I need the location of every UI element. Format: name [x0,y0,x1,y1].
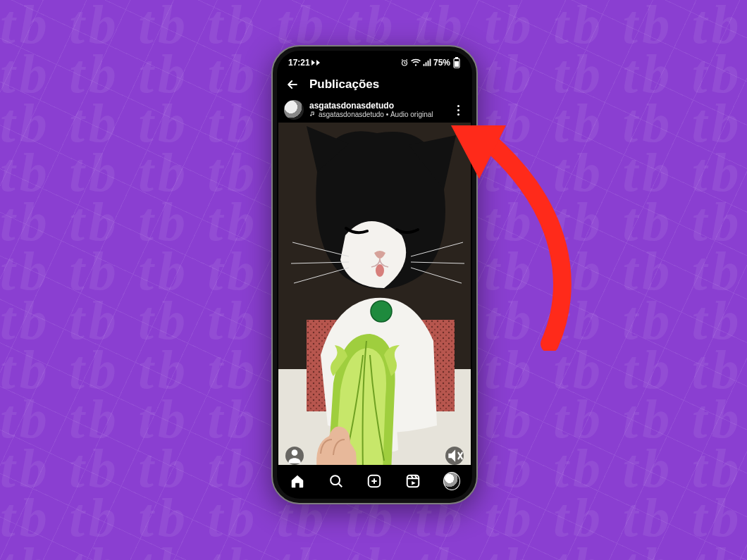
phone-mockup: 17:21 75% [271,45,478,504]
profile-avatar-icon [443,472,460,490]
svg-point-14 [376,264,384,277]
audio-text: asgatasdonasdetudo • Áudio original [319,111,433,119]
svg-rect-7 [455,61,459,67]
tab-bar [278,465,471,497]
post-header: asgatasdonasdetudo asgatasdonasdetudo • … [278,97,471,123]
battery-icon [452,57,461,68]
svg-point-18 [331,475,340,485]
play-icon [312,60,315,66]
svg-rect-4 [430,59,431,66]
author-avatar[interactable] [284,100,304,120]
tab-home[interactable] [289,473,306,490]
audio-attribution[interactable]: asgatasdonasdetudo • Áudio original [309,111,445,119]
tagged-people-button[interactable] [285,447,304,465]
svg-rect-20 [407,475,419,487]
mute-button[interactable] [445,447,464,465]
status-time: 17:21 [288,58,310,68]
tab-reels[interactable] [405,473,421,490]
page-title: Publicações [309,77,379,92]
back-button[interactable] [285,77,300,92]
music-note-icon [309,111,316,119]
wifi-icon [411,58,421,67]
tutorial-canvas: tb tb tb tb tb tb tb tb tb tb tb tb tb t… [0,0,747,560]
svg-rect-3 [428,61,429,66]
tab-profile[interactable] [443,473,460,490]
battery-percent: 75% [433,58,450,68]
svg-rect-1 [424,64,425,66]
play-icon [317,60,320,66]
status-bar: 17:21 75% [278,52,471,72]
tab-search[interactable] [328,473,345,490]
author-username[interactable]: asgatasdonasdetudo [309,101,445,111]
svg-rect-6 [456,57,458,58]
tab-create[interactable] [366,473,383,490]
app-bar: Publicações [278,72,471,97]
more-options-button[interactable] [451,105,465,116]
svg-point-17 [292,449,298,456]
svg-rect-2 [426,62,427,66]
media-illustration [278,123,471,472]
screen: 17:21 75% [278,52,471,497]
alarm-icon [400,58,409,67]
signal-icon [423,58,431,67]
post-media[interactable] [278,123,471,472]
